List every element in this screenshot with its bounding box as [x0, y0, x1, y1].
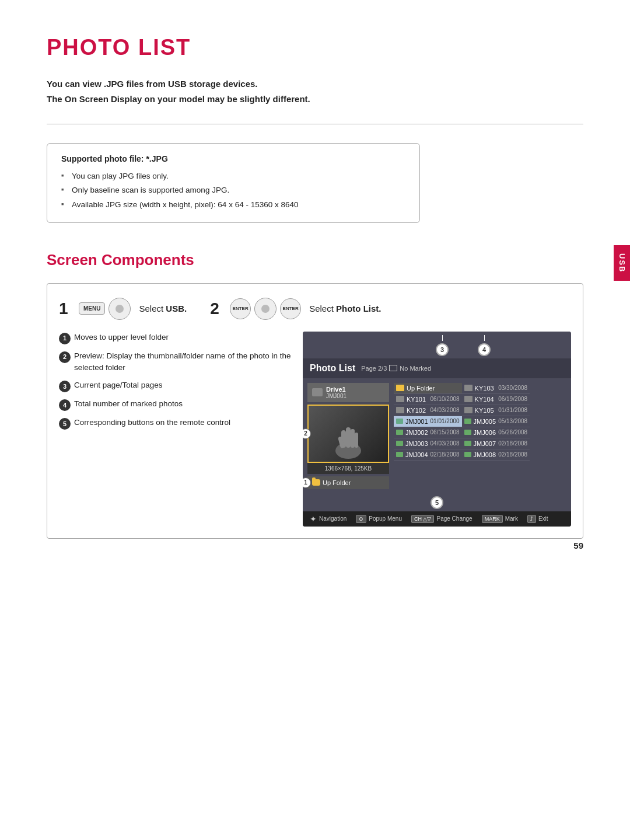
- file-name-jmj003: JMJ003: [405, 440, 428, 447]
- file-row-jmj004[interactable]: JMJ004 02/18/2008: [394, 449, 462, 461]
- annotation-text-1: Moves to upper level folder: [74, 332, 169, 343]
- svg-rect-4: [355, 433, 358, 448]
- file-date-jmj007: 02/18/2008: [498, 440, 527, 447]
- menu-button[interactable]: MENU: [79, 302, 105, 315]
- thumb-container: 2: [307, 405, 389, 463]
- annotation-num-3: 3: [59, 381, 71, 392]
- step1-label: Select USB.: [139, 304, 187, 313]
- nav-exit: ⤴ Exit: [527, 515, 548, 523]
- annotation-text-2: Preview: Display the thumbnail/folder na…: [74, 350, 293, 374]
- nav-exit-key: ⤴: [527, 515, 536, 523]
- upfolder-container: 1 Up Folder: [307, 476, 389, 489]
- nav-popup-key: ⊙: [356, 515, 366, 523]
- file-icon-ky104: [464, 396, 473, 402]
- file-icon-jmj008: [464, 452, 471, 457]
- subtitle-block: You can view .JPG files from USB storage…: [47, 76, 583, 106]
- file-date-jmj002: 06/15/2008: [430, 429, 460, 435]
- pl-body: Drive1 JMJ001 2: [303, 378, 571, 494]
- pl-col-right: KY103 03/30/2008 KY104 06/19/2008 KY105: [462, 383, 530, 489]
- file-name-jmj001: JMJ001: [405, 418, 428, 425]
- file-date-jmj001: 01/01/2000: [430, 418, 460, 424]
- nav-page-key: CH △▽: [411, 515, 435, 523]
- annotation-4: 4 Total number of marked photos: [59, 398, 293, 411]
- file-icon-ky101: [396, 396, 404, 402]
- dpad-center-2: [261, 305, 270, 313]
- file-date-jmj003: 04/03/2008: [430, 440, 460, 447]
- nav-popup-label: Popup Menu: [369, 515, 402, 522]
- annotations: 1 Moves to upper level folder 2 Preview:…: [59, 332, 293, 527]
- enter-button-1[interactable]: ENTER: [230, 298, 251, 319]
- content-area: 1 Moves to upper level folder 2 Preview:…: [59, 332, 571, 527]
- file-icon-jmj004: [396, 452, 403, 457]
- drive-icon: [312, 388, 323, 396]
- file-date-ky102: 04/03/2008: [430, 407, 460, 413]
- file-date-ky101: 06/10/2008: [430, 396, 460, 402]
- annotation-text-4: Total number of marked photos: [74, 398, 183, 410]
- annotation-num-1: 1: [59, 333, 71, 344]
- file-row-jmj007[interactable]: JMJ007 02/18/2008: [462, 438, 530, 449]
- folder-name: JMJ001: [326, 393, 346, 399]
- callout-4: 4: [478, 343, 491, 356]
- file-icon-jmj003: [396, 441, 403, 446]
- file-row-ky101[interactable]: KY101 06/10/2008: [394, 394, 462, 405]
- subtitle-line1: You can view .JPG files from USB storage…: [47, 76, 583, 92]
- annotation-5: 5 Corresponding buttons on the remote co…: [59, 417, 293, 430]
- file-name-ky101: KY101: [407, 396, 428, 403]
- file-row-jmj005[interactable]: JMJ005 05/13/2008: [462, 416, 530, 427]
- file-icon-jmj001: [396, 419, 403, 424]
- file-row-jmj003[interactable]: JMJ003 04/03/2008: [394, 438, 462, 449]
- info-box-list: You can play JPG files only. Only baseli…: [61, 169, 405, 212]
- file-icon-ky102: [396, 407, 404, 413]
- page-number: 59: [573, 541, 583, 550]
- info-box: Supported photo file: *.JPG You can play…: [47, 143, 420, 223]
- file-icon-jmj005: [464, 419, 471, 424]
- svg-rect-2: [346, 427, 351, 448]
- nav-page: CH △▽ Page Change: [411, 515, 473, 523]
- nav-mark-key: MARK: [482, 515, 503, 523]
- nav-page-label: Page Change: [436, 515, 472, 522]
- annotation-text-5: Corresponding buttons on the remote cont…: [74, 417, 230, 428]
- steps-row: 1 MENU Select USB. 2 ENTER ENT: [59, 298, 571, 320]
- file-row-upfolder[interactable]: Up Folder: [394, 383, 462, 394]
- file-row-jmj006[interactable]: JMJ006 05/26/2008: [462, 427, 530, 438]
- file-name-jmj008: JMJ008: [474, 451, 496, 458]
- annotation-3: 3 Current page/Total pages: [59, 379, 293, 392]
- thumb-svg: [331, 419, 366, 459]
- file-name-jmj005: JMJ005: [474, 418, 496, 425]
- nav-navigation-label: Navigation: [319, 515, 346, 522]
- pl-cols: Up Folder KY101 06/10/2008 KY102 04/03/2…: [394, 383, 530, 489]
- folder-icon-up: [396, 385, 404, 391]
- file-name-ky103: KY103: [475, 385, 496, 392]
- pl-upfolder-btn[interactable]: Up Folder: [307, 476, 389, 489]
- pl-title: Photo List: [310, 363, 355, 374]
- step2-buttons: ENTER ENTER: [230, 298, 301, 320]
- divider: [47, 124, 583, 124]
- file-date-ky104: 06/19/2008: [498, 396, 527, 402]
- svg-rect-3: [351, 429, 355, 448]
- dpad-button-2[interactable]: [254, 298, 276, 320]
- file-name-jmj007: JMJ007: [474, 440, 496, 447]
- pl-nav-bar: ✦ Navigation ⊙ Popup Menu CH △▽ Page Cha…: [303, 511, 571, 527]
- file-row-ky105[interactable]: KY105 01/31/2008: [462, 405, 530, 416]
- file-row-ky102[interactable]: KY102 04/03/2008: [394, 405, 462, 416]
- info-item-3: Available JPG size (width x height, pixe…: [61, 198, 405, 212]
- enter-button-2[interactable]: ENTER: [280, 298, 301, 319]
- file-row-jmj002[interactable]: JMJ002 06/15/2008: [394, 427, 462, 438]
- file-name-upfolder: Up Folder: [407, 385, 460, 392]
- file-row-ky104[interactable]: KY104 06/19/2008: [462, 394, 530, 405]
- file-row-jmj008[interactable]: JMJ008 02/18/2008: [462, 449, 530, 461]
- file-row-jmj001[interactable]: JMJ001 01/01/2000: [394, 416, 462, 427]
- pl-col-left: Up Folder KY101 06/10/2008 KY102 04/03/2…: [394, 383, 462, 489]
- side-tab: USB: [614, 245, 630, 281]
- info-item-1: You can play JPG files only.: [61, 169, 405, 183]
- file-name-ky104: KY104: [475, 396, 496, 403]
- callout-5: 5: [430, 496, 443, 509]
- up-folder-icon: [312, 479, 320, 486]
- file-row-ky103[interactable]: KY103 03/30/2008: [462, 383, 530, 394]
- pl-drive-item: Drive1 JMJ001: [307, 383, 389, 402]
- file-icon-ky105: [464, 407, 473, 413]
- annotation-text-3: Current page/Total pages: [74, 379, 163, 391]
- file-name-jmj004: JMJ004: [405, 451, 428, 458]
- dpad-button[interactable]: [108, 298, 131, 320]
- pl-header: Photo List Page 2/3 No Marked: [303, 358, 571, 378]
